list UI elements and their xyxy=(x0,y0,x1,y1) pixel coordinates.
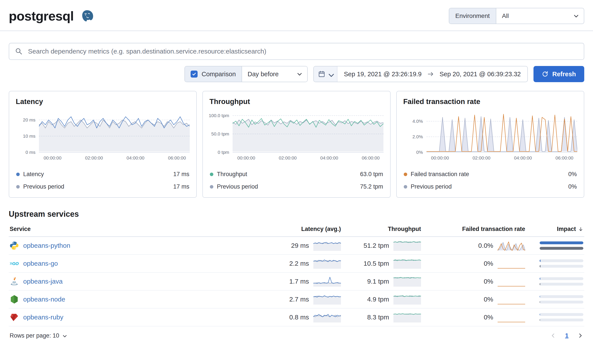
chevron-down-icon xyxy=(297,71,303,77)
legend-label: Previous period xyxy=(411,183,452,190)
header: postgresql Environment All xyxy=(9,4,584,31)
search-bar xyxy=(9,43,584,60)
service-link[interactable]: opbeans-python xyxy=(23,242,70,249)
throughput-sparkline xyxy=(393,258,421,269)
comparison-toggle[interactable]: Comparison xyxy=(185,66,241,82)
impact-bars xyxy=(533,277,583,286)
pagination: 1 xyxy=(550,332,583,339)
column-header-latency[interactable]: Latency (avg.) xyxy=(301,226,341,233)
arrow-right-icon xyxy=(427,71,434,77)
legend-value: 0% xyxy=(568,183,577,190)
service-link[interactable]: opbeans-java xyxy=(23,278,63,285)
chart-plot[interactable] xyxy=(426,112,577,152)
legend-item[interactable]: Throughput 63.0 tpm xyxy=(209,168,383,181)
next-page-icon[interactable] xyxy=(577,332,583,339)
legend-item[interactable]: Latency 17 ms xyxy=(16,168,190,181)
throughput-value: 51.2 tpm xyxy=(364,242,389,249)
comparison-checkbox[interactable] xyxy=(191,71,198,78)
search-input[interactable] xyxy=(27,47,578,55)
comparison-label: Comparison xyxy=(202,71,236,78)
column-header-impact[interactable]: Impact xyxy=(557,226,583,233)
comparison-group: Comparison Day before xyxy=(184,66,307,82)
service-icon: GO xyxy=(10,259,19,268)
legend-item[interactable]: Previous period 75.2 tpm xyxy=(209,181,383,193)
impact-previous-track xyxy=(540,318,583,321)
page-number[interactable]: 1 xyxy=(565,332,568,339)
failed-rate-sparkline xyxy=(498,258,525,269)
latency-chart[interactable]: 20 ms10 ms0 ms 00:00:0002:00:0004:00:000… xyxy=(16,112,190,162)
legend-value: 17 ms xyxy=(173,171,189,178)
chevron-down-icon xyxy=(62,333,67,338)
impact-previous-track xyxy=(540,265,583,268)
page-title: postgresql xyxy=(9,8,74,24)
table-header: Service Latency (avg.) Throughput Failed… xyxy=(9,222,584,237)
service-link[interactable]: opbeans-ruby xyxy=(23,313,63,321)
failed-rate-sparkline xyxy=(498,240,525,251)
legend-dot xyxy=(16,173,20,176)
latency-value: 29 ms xyxy=(291,242,309,249)
legend-label: Throughput xyxy=(217,171,247,178)
failed-rate-sparkline xyxy=(498,276,525,287)
upstream-services-title: Upstream services xyxy=(9,209,584,219)
latency-card: Latency 20 ms10 ms0 ms 00:00:0002:00:000… xyxy=(9,91,197,198)
latency-value: 1.7 ms xyxy=(289,278,309,285)
service-link[interactable]: opbeans-node xyxy=(23,296,65,303)
impact-current-track xyxy=(540,241,583,244)
throughput-chart[interactable]: 100.0 tpm50.0 tpm0 tpm 00:00:0002:00:000… xyxy=(209,112,383,162)
latency-value: 2.7 ms xyxy=(289,296,309,303)
column-header-failed-rate[interactable]: Failed transaction rate xyxy=(462,226,525,233)
legend-dot xyxy=(404,185,407,188)
legend-value: 75.2 tpm xyxy=(360,183,383,190)
failed-rate-value: 0% xyxy=(484,313,493,321)
table-row: GO opbeans-go 2.2 ms 10.5 tpm 0% xyxy=(9,255,584,273)
chart-legend: Throughput 63.0 tpm Previous period 75.2… xyxy=(209,168,383,193)
environment-select[interactable]: All xyxy=(496,8,584,24)
legend-label: Previous period xyxy=(217,183,258,190)
column-header-service[interactable]: Service xyxy=(10,226,31,233)
comparison-period-value: Day before xyxy=(248,71,279,78)
table-body: opbeans-python 29 ms 51.2 tpm 0.0% GO op… xyxy=(9,237,584,326)
latency-sparkline xyxy=(313,312,341,323)
refresh-icon xyxy=(542,71,548,77)
service-icon xyxy=(10,295,19,304)
rows-per-page-button[interactable]: Rows per page: 10 xyxy=(10,332,67,339)
x-axis: 00:00:0002:00:0004:00:0006:00:00 xyxy=(233,152,383,162)
service-link[interactable]: opbeans-go xyxy=(23,260,58,267)
legend-item[interactable]: Previous period 17 ms xyxy=(16,181,190,193)
y-axis: 20 ms10 ms0 ms xyxy=(16,112,39,152)
end-date[interactable]: Sep 20, 2021 @ 06:39:23.32 xyxy=(440,71,521,78)
service-icon xyxy=(10,277,19,286)
service-icon xyxy=(10,241,19,250)
table-row: opbeans-python 29 ms 51.2 tpm 0.0% xyxy=(9,237,584,255)
x-axis: 00:00:0002:00:0004:00:0006:00:00 xyxy=(426,152,577,162)
legend-dot xyxy=(210,173,213,176)
legend-item[interactable]: Failed transaction rate 0% xyxy=(403,168,577,181)
legend-value: 0% xyxy=(568,171,577,178)
time-controls: Comparison Day before Sep 19, 2021 @ 23:… xyxy=(9,66,584,82)
environment-value: All xyxy=(502,13,509,20)
failed-rate-chart[interactable]: 4.0%2.0%0% 00:00:0002:00:0004:00:0006:00… xyxy=(403,112,577,162)
impact-current-track xyxy=(540,277,583,280)
date-range-picker: Sep 19, 2021 @ 23:26:19.9 Sep 20, 2021 @… xyxy=(313,66,528,82)
search-icon xyxy=(15,47,23,55)
table-row: opbeans-java 1.7 ms 9.1 tpm 0% xyxy=(9,273,584,291)
legend-item[interactable]: Previous period 0% xyxy=(403,181,577,193)
start-date[interactable]: Sep 19, 2021 @ 23:26:19.9 xyxy=(344,71,422,78)
impact-bars xyxy=(533,241,583,250)
throughput-sparkline xyxy=(393,294,421,305)
throughput-value: 9.1 tpm xyxy=(367,278,389,285)
previous-page-icon[interactable] xyxy=(550,332,556,339)
failed-rate-card: Failed transaction rate 4.0%2.0%0% 00:00… xyxy=(396,91,584,198)
legend-dot xyxy=(16,185,20,188)
quick-select-menu[interactable] xyxy=(314,66,337,82)
latency-value: 2.2 ms xyxy=(289,260,309,267)
chart-plot[interactable] xyxy=(39,112,190,152)
comparison-period-select[interactable]: Day before xyxy=(242,66,307,82)
chart-plot[interactable] xyxy=(233,112,383,152)
y-axis: 4.0%2.0%0% xyxy=(403,112,426,152)
column-header-throughput[interactable]: Throughput xyxy=(388,226,421,233)
impact-previous-track xyxy=(540,301,583,304)
refresh-button[interactable]: Refresh xyxy=(533,66,584,82)
impact-previous-track xyxy=(540,283,583,286)
chart-legend: Latency 17 ms Previous period 17 ms xyxy=(16,168,190,193)
